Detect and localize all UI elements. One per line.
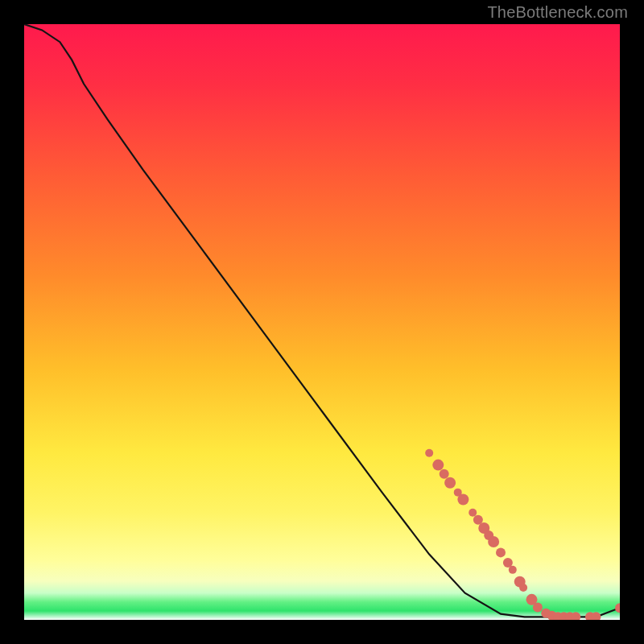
curve-marker xyxy=(488,536,499,547)
attribution-label: TheBottleneck.com xyxy=(487,3,628,22)
curve-marker xyxy=(440,469,449,479)
curve-marker xyxy=(469,509,477,517)
curve-marker xyxy=(533,602,543,612)
curve-marker xyxy=(457,494,469,506)
curve-marker xyxy=(432,460,444,471)
curve-marker xyxy=(444,477,456,489)
curve-marker xyxy=(615,603,620,613)
chart-container: TheBottleneck.com xyxy=(0,0,644,644)
chart-svg xyxy=(24,24,620,620)
bottleneck-curve xyxy=(24,24,620,617)
curve-marker xyxy=(519,584,527,592)
plot-area xyxy=(24,24,620,620)
curve-marker xyxy=(496,547,506,557)
curve-marker xyxy=(509,566,517,574)
curve-markers xyxy=(425,449,620,620)
curve-marker xyxy=(425,449,433,457)
